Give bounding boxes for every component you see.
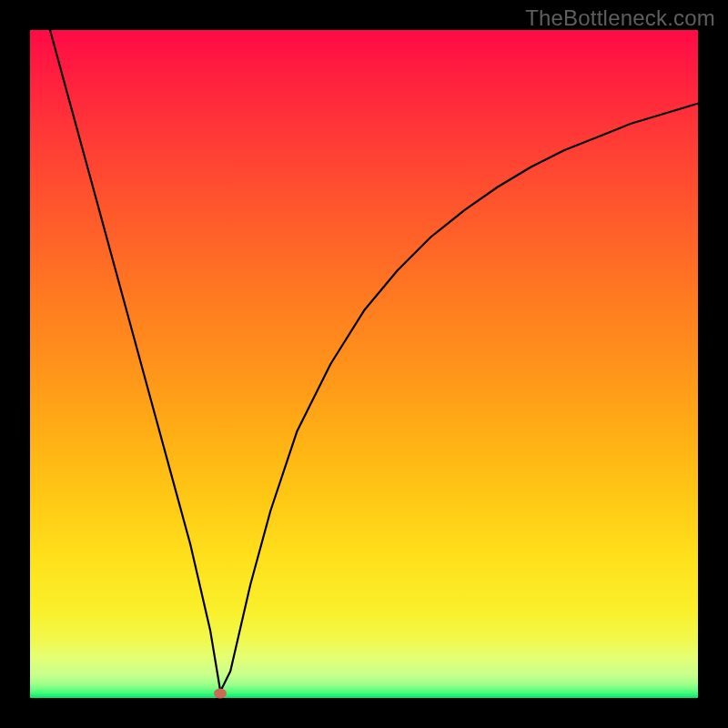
watermark-text: TheBottleneck.com xyxy=(525,5,715,31)
bottleneck-curve xyxy=(30,30,698,698)
plot-area xyxy=(30,30,698,698)
minimum-marker xyxy=(214,688,227,698)
chart-frame: TheBottleneck.com xyxy=(0,0,728,728)
